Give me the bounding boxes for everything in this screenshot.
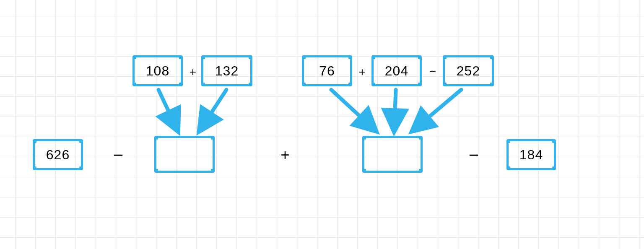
value-108: 108 — [135, 63, 181, 79]
value-252: 252 — [445, 63, 492, 79]
arrow-108-to-blank — [158, 90, 178, 131]
operator-minus-1: − — [113, 145, 124, 165]
box-132: 132 — [201, 55, 252, 86]
box-108: 108 — [132, 55, 183, 86]
operator-plus-group1: + — [190, 65, 196, 79]
box-blank-a[interactable] — [154, 136, 215, 173]
operator-minus-group2: − — [429, 65, 436, 78]
arrow-204-to-blank — [394, 90, 396, 131]
operator-plus-bottom: + — [280, 146, 289, 164]
arrow-252-to-blank — [413, 90, 461, 131]
value-626: 626 — [35, 147, 81, 163]
box-blank-b[interactable] — [362, 136, 423, 173]
box-626: 626 — [33, 139, 83, 170]
value-132: 132 — [203, 63, 250, 79]
box-252: 252 — [443, 55, 494, 86]
box-204: 204 — [371, 55, 422, 86]
value-184: 184 — [509, 147, 554, 163]
box-76: 76 — [302, 55, 352, 86]
arrow-76-to-blank — [331, 90, 376, 131]
operator-minus-2: − — [469, 145, 479, 165]
arrow-132-to-blank — [200, 90, 226, 131]
arrows-layer — [0, 0, 644, 249]
diagram-stage: 108 + 132 76 + 204 − 252 626 − + − 184 — [0, 0, 644, 249]
value-204: 204 — [374, 63, 420, 79]
operator-plus-group2: + — [359, 65, 366, 79]
value-76: 76 — [304, 63, 350, 79]
box-184: 184 — [506, 139, 556, 170]
